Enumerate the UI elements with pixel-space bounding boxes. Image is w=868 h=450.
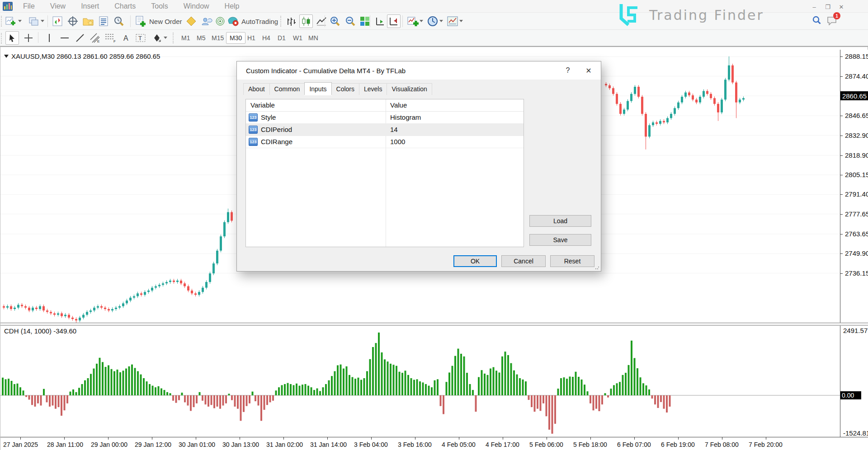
menu-charts[interactable]: Charts [107, 2, 143, 10]
trendline-icon[interactable] [73, 31, 87, 45]
indicator-label: CDH (14, 1000) -349.60 [4, 327, 76, 335]
new-order-icon[interactable] [134, 14, 147, 28]
ok-button[interactable]: OK [453, 255, 497, 267]
price-axis[interactable]: 2888.152874.402860.652846.652832.902818.… [840, 50, 868, 323]
close-window-icon[interactable]: ✕ [836, 2, 846, 12]
zoom-in-icon[interactable] [328, 14, 342, 28]
templates-icon[interactable] [446, 14, 459, 28]
menu-tools[interactable]: Tools [143, 2, 175, 10]
navigator-icon[interactable] [81, 14, 95, 28]
panel-splitter[interactable] [0, 323, 868, 326]
date-axis[interactable]: 27 Jan 202528 Jan 11:0029 Jan 00:0029 Ja… [0, 437, 868, 450]
row-value[interactable]: 1000 [390, 138, 405, 145]
candlestick-type-icon[interactable] [299, 14, 313, 28]
market-watch-icon[interactable] [51, 14, 64, 28]
minimize-icon[interactable]: – [809, 2, 819, 12]
tab-inputs[interactable]: Inputs [304, 82, 331, 95]
timeframe-m15[interactable]: M15 [208, 32, 227, 44]
tab-levels[interactable]: Levels [359, 83, 387, 95]
new-chart-dropdown-icon[interactable] [18, 20, 22, 22]
price-axis-label: 2846.65 [845, 112, 868, 119]
date-axis-label: 7 Feb 20:00 [749, 441, 783, 448]
strategy-tester-icon[interactable] [112, 14, 126, 28]
crosshair-icon[interactable] [22, 31, 35, 45]
restore-icon[interactable]: ❐ [823, 2, 833, 12]
timeframe-m5[interactable]: M5 [193, 32, 208, 44]
new-order-label[interactable]: New Order [149, 18, 182, 25]
toolbar-grip[interactable] [1, 33, 2, 44]
close-icon[interactable]: ✕ [578, 61, 599, 80]
tab-common[interactable]: Common [269, 83, 305, 95]
trading-finder-logo-icon [615, 2, 643, 28]
toolbar-grip[interactable] [1, 16, 2, 27]
timeframe-mn[interactable]: MN [305, 32, 321, 44]
chat-icon[interactable]: 1 [826, 15, 837, 25]
autotrading-icon[interactable] [226, 14, 240, 28]
metaeditor-icon[interactable] [184, 14, 198, 28]
date-axis-label: 7 Feb 08:00 [705, 441, 739, 448]
tab-colors[interactable]: Colors [331, 83, 359, 95]
equidistant-channel-icon[interactable]: E [89, 31, 102, 45]
zoom-out-icon[interactable] [344, 14, 357, 28]
dialog-titlebar[interactable]: Custom Indicator - Cumulative Delta MT4 … [237, 61, 601, 80]
menu-file[interactable]: File [15, 2, 42, 10]
save-button[interactable]: Save [529, 234, 591, 246]
search-icon[interactable] [812, 15, 822, 25]
cancel-button[interactable]: Cancel [501, 255, 546, 267]
indicators-icon[interactable] [406, 14, 420, 28]
timeframe-d1[interactable]: D1 [274, 32, 289, 44]
numeric-input-icon: 123 [249, 138, 258, 146]
menu-help[interactable]: Help [217, 2, 247, 10]
date-axis-label: 5 Feb 18:00 [573, 441, 607, 448]
chart-shift-icon[interactable] [387, 14, 401, 28]
menu-window[interactable]: Window [176, 2, 217, 10]
timeframe-m30[interactable]: M30 [226, 32, 245, 44]
indicators-dropdown-icon[interactable] [420, 20, 423, 22]
table-row[interactable]: 123 Style Histogram [246, 112, 524, 124]
text-label-icon[interactable]: T [134, 31, 147, 45]
alerts-icon[interactable] [213, 14, 227, 28]
periods-dropdown-icon[interactable] [439, 20, 443, 22]
profiles-icon[interactable] [27, 14, 41, 28]
symbol-collapse-icon[interactable] [4, 55, 9, 58]
table-row-selected[interactable]: 123 CDIPeriod 14 [246, 124, 524, 136]
arrows-dropdown-icon[interactable] [164, 37, 167, 39]
tab-visualization[interactable]: Visualization [387, 83, 432, 95]
templates-dropdown-icon[interactable] [459, 20, 463, 22]
help-button[interactable]: ? [557, 61, 578, 80]
fibonacci-icon[interactable]: F [104, 31, 118, 45]
periods-icon[interactable] [426, 14, 439, 28]
row-value[interactable]: Histogram [390, 113, 421, 121]
text-icon[interactable]: A [119, 31, 133, 45]
menu-view[interactable]: View [42, 2, 73, 10]
terminal-icon[interactable] [97, 14, 110, 28]
new-chart-icon[interactable] [4, 14, 17, 28]
indicator-axis[interactable]: 2491.57-1524.810.00 [840, 326, 868, 437]
community-icon[interactable] [200, 14, 213, 28]
load-button[interactable]: Load [529, 215, 591, 227]
vertical-line-icon[interactable] [42, 31, 56, 45]
menu-insert[interactable]: Insert [73, 2, 107, 10]
resize-grip[interactable] [595, 265, 599, 270]
indicator-panel[interactable]: CDH (14, 1000) -349.60 [0, 326, 840, 437]
timeframe-h4[interactable]: H4 [259, 32, 274, 44]
autotrading-label[interactable]: AutoTrading [241, 18, 278, 25]
date-axis-label: 31 Jan 14:00 [310, 441, 347, 448]
reset-button[interactable]: Reset [550, 255, 594, 267]
line-chart-type-icon[interactable] [315, 14, 328, 28]
inputs-table[interactable]: Variable Value 123 Style Histogram 123 C… [245, 99, 524, 247]
timeframe-w1[interactable]: W1 [290, 32, 306, 44]
horizontal-line-icon[interactable] [58, 31, 71, 45]
profiles-dropdown-icon[interactable] [41, 20, 44, 22]
arrows-icon[interactable] [150, 31, 164, 45]
data-window-icon[interactable] [66, 14, 80, 28]
timeframe-m1[interactable]: M1 [178, 32, 193, 44]
timeframe-h1[interactable]: H1 [244, 32, 259, 44]
auto-scroll-icon[interactable] [373, 14, 387, 28]
bar-chart-type-icon[interactable] [285, 14, 298, 28]
table-row[interactable]: 123 CDIRange 1000 [246, 136, 524, 148]
row-value[interactable]: 14 [390, 126, 398, 133]
tab-about[interactable]: About [243, 83, 270, 95]
cursor-icon[interactable] [5, 31, 19, 45]
svg-text:F: F [113, 39, 116, 43]
